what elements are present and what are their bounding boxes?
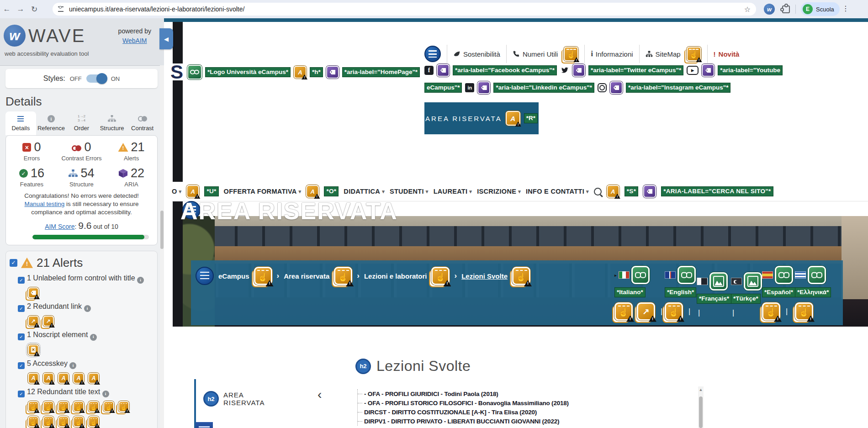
nav-item-cut[interactable]: O▾: [172, 188, 181, 195]
url-text[interactable]: uniecampus.it/area-riservata/lezioni-e-l…: [69, 5, 744, 13]
course-item[interactable]: DIRPV1 - DIRITTO PRIVATO - LIBERATI BUCC…: [358, 417, 569, 426]
nav-item-laureati[interactable]: LAUREATI▾: [434, 188, 472, 195]
reload-icon[interactable]: ↻: [27, 5, 41, 14]
wave-accesskey-icon[interactable]: [28, 373, 39, 384]
scrollbar-thumb[interactable]: [699, 396, 703, 428]
wave-redundant-title-icon[interactable]: [564, 47, 578, 61]
menu-shield-icon[interactable]: [196, 422, 213, 428]
back-icon[interactable]: ←: [0, 5, 14, 14]
wave-redundant-title-icon[interactable]: [58, 401, 69, 412]
facebook-icon[interactable]: f: [424, 66, 434, 75]
lang-turkce[interactable]: *Türkçe* |: [731, 272, 762, 317]
profile-chip[interactable]: E Scuola: [801, 2, 840, 16]
breadcrumb-ecampus[interactable]: eCampus: [218, 272, 249, 280]
wave-accesskey-icon[interactable]: [58, 373, 69, 384]
wave-redundant-title-icon[interactable]: [762, 302, 780, 321]
wave-redundant-title-icon[interactable]: [43, 416, 54, 427]
lang-ellinika[interactable]: *Ελληνικά*: [795, 266, 831, 321]
info-icon[interactable]: i: [90, 334, 97, 341]
wave-extension-icon[interactable]: w: [764, 4, 775, 15]
wave-form-title-icon[interactable]: [28, 287, 39, 298]
course-item[interactable]: - OFA - PROFILI GIURIDICI - Todini Paola…: [358, 389, 569, 398]
info-icon[interactable]: i: [69, 362, 76, 369]
area-riservata-button[interactable]: AREA RISERVATA *R*: [424, 102, 539, 134]
wave-aria-tag-icon[interactable]: [477, 81, 490, 94]
wave-aria-tag-icon[interactable]: [437, 64, 450, 77]
wave-linked-image-icon[interactable]: [631, 266, 650, 284]
alert-checkbox[interactable]: [18, 333, 25, 340]
nav-item-info-contatti[interactable]: INFO E CONTATTI▾: [526, 188, 589, 195]
wave-redundant-title-icon[interactable]: [334, 267, 352, 285]
collapse-chevron-icon[interactable]: ‹: [318, 387, 322, 402]
breadcrumb-area-riservata[interactable]: Area riservata: [284, 272, 329, 280]
wave-linked-image-icon[interactable]: [677, 266, 696, 284]
wave-accesskey-icon[interactable]: [88, 373, 99, 384]
wave-redundant-link-icon[interactable]: [28, 316, 39, 327]
breadcrumb-lezioni-laboratori[interactable]: Lezioni e laboratori: [364, 272, 427, 280]
wave-image-icon[interactable]: [744, 272, 762, 291]
logo-letter[interactable]: S: [170, 63, 183, 82]
address-bar[interactable]: uniecampus.it/area-riservata/lezioni-e-l…: [53, 3, 756, 16]
webaim-link[interactable]: WebAIM: [122, 37, 147, 44]
tab-contrast[interactable]: Contrast: [127, 111, 158, 135]
search-icon[interactable]: [594, 188, 602, 196]
course-item[interactable]: DIRCST - DIRITTO COSTITUZIONALE [A-K] - …: [358, 407, 569, 417]
wave-redundant-title-icon[interactable]: [88, 401, 99, 412]
nav-item-offerta[interactable]: OFFERTA FORMATIVA▾: [224, 188, 302, 195]
bookmark-star-icon[interactable]: ☆: [744, 5, 751, 14]
wave-redundant-link-icon[interactable]: [43, 316, 54, 327]
scrollbar-thumb[interactable]: [160, 211, 164, 249]
wave-redundant-link-icon[interactable]: [637, 302, 655, 321]
nav-item-studenti[interactable]: STUDENTI▾: [390, 188, 429, 195]
wave-redundant-title-icon[interactable]: [58, 416, 69, 427]
info-icon[interactable]: i: [84, 305, 91, 312]
alert-checkbox[interactable]: [18, 305, 25, 312]
wave-noscript-icon[interactable]: [28, 344, 39, 355]
wave-redundant-title-icon[interactable]: [28, 416, 39, 427]
scroll-up-icon[interactable]: ▲: [699, 386, 703, 393]
tab-order[interactable]: 1→23→4 Order: [66, 111, 97, 135]
alert-checkbox[interactable]: [18, 277, 25, 284]
nav-item-didattica[interactable]: DIDATTICA▾: [344, 188, 385, 195]
course-item[interactable]: - OFA - PROFILI STORICO FILOSOFICI - Bon…: [358, 398, 569, 407]
wave-accesskey-icon[interactable]: [43, 373, 54, 384]
wave-redundant-title-icon[interactable]: [28, 401, 39, 412]
styles-toggle[interactable]: [86, 74, 106, 83]
wave-redundant-title-icon[interactable]: [795, 302, 813, 321]
wave-accesskey-icon[interactable]: [294, 66, 307, 79]
wave-redundant-title-icon[interactable]: [665, 302, 683, 321]
wave-link-icon[interactable]: [187, 65, 202, 79]
wave-aria-tag-icon[interactable]: [572, 64, 585, 77]
nav-novita[interactable]: ! Novità: [714, 50, 740, 58]
nav-item-iscrizione[interactable]: ISCRIZIONE▾: [477, 188, 521, 195]
twitter-icon[interactable]: [560, 66, 569, 75]
manual-testing-link[interactable]: Manual testing: [25, 201, 65, 207]
breadcrumb-lezioni-svolte[interactable]: Lezioni Svolte: [461, 272, 508, 280]
wave-aria-tag-icon[interactable]: [702, 64, 715, 77]
tab-structure[interactable]: Structure: [97, 111, 127, 135]
lang-italiano[interactable]: ▸ *Italiano* |: [614, 266, 664, 321]
youtube-icon[interactable]: ▶: [687, 66, 699, 75]
wave-redundant-title-icon[interactable]: [254, 267, 272, 285]
wave-redundant-title-icon[interactable]: [512, 267, 530, 285]
wave-accesskey-icon[interactable]: [607, 185, 619, 198]
lang-english[interactable]: *English* |: [665, 266, 696, 321]
wave-redundant-title-icon[interactable]: [614, 302, 633, 321]
wave-redundant-title-icon[interactable]: [687, 47, 701, 61]
menu-kebab-icon[interactable]: ⋮: [842, 4, 849, 13]
wave-accesskey-icon[interactable]: [73, 373, 84, 384]
wave-redundant-title-icon[interactable]: [43, 401, 54, 412]
info-icon[interactable]: i: [102, 391, 109, 397]
wave-accesskey-icon[interactable]: [306, 185, 319, 198]
wave-image-icon[interactable]: [709, 272, 728, 291]
wave-aria-tag-icon[interactable]: [643, 185, 656, 198]
wave-accesskey-icon[interactable]: [186, 185, 199, 198]
nav-informazioni[interactable]: i Informazioni: [591, 50, 633, 58]
alert-checkbox[interactable]: [18, 362, 25, 369]
wave-redundant-title-icon[interactable]: [73, 401, 84, 412]
wave-redundant-title-icon[interactable]: [73, 416, 84, 427]
content-scrollbar[interactable]: ▲: [698, 386, 704, 428]
wave-linked-image-icon[interactable]: [808, 266, 826, 284]
sidebar-collapse-button[interactable]: ◀: [159, 28, 173, 49]
info-icon[interactable]: i: [137, 277, 144, 284]
